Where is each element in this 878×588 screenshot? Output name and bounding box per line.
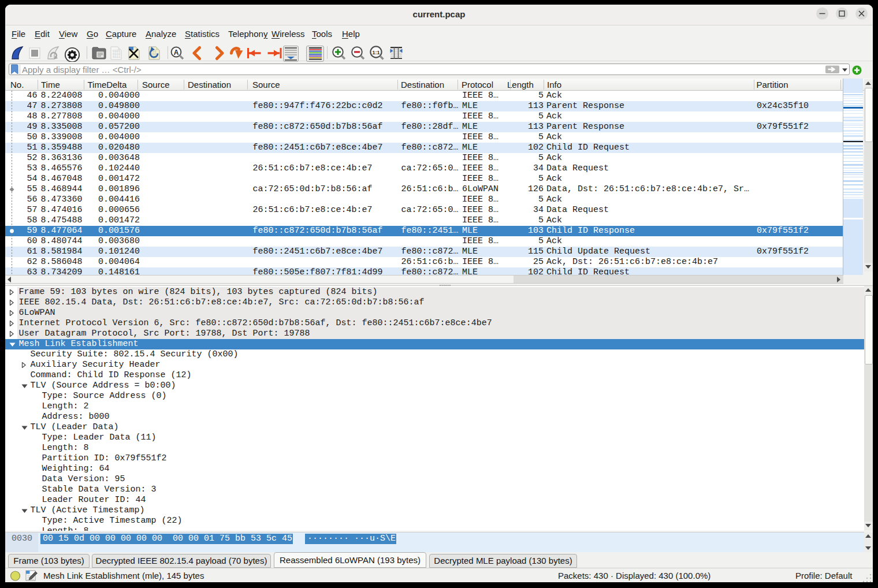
svg-text:A: A xyxy=(174,49,179,57)
svg-text:0111: 0111 xyxy=(113,55,121,59)
svg-text:1:1: 1:1 xyxy=(372,50,380,55)
